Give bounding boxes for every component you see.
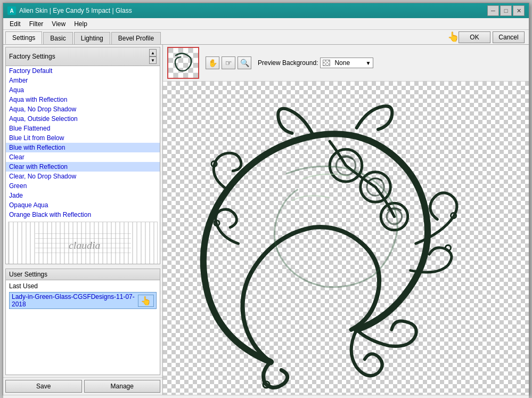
- scroll-up-button[interactable]: ▲: [149, 49, 157, 56]
- user-setting-item[interactable]: Lady-in-Green-Glass-CGSFDesigns-11-07-20…: [9, 292, 157, 309]
- menu-help[interactable]: Help: [70, 19, 92, 29]
- thumbnail-svg: [168, 48, 198, 78]
- content-area: Factory Settings ▲ ▼ Factory Default Amb…: [3, 45, 529, 395]
- list-item[interactable]: Aqua, Outside Selection: [6, 114, 160, 124]
- minimize-button[interactable]: ─: [487, 5, 499, 16]
- last-used-label: Last Used: [9, 282, 157, 290]
- maximize-icon: □: [504, 7, 508, 14]
- list-item[interactable]: Amber: [6, 76, 160, 85]
- list-item[interactable]: Green: [6, 181, 160, 191]
- left-panel: Factory Settings ▲ ▼ Factory Default Amb…: [3, 45, 163, 395]
- main-window: A Alien Skin | Eye Candy 5 Impact | Glas…: [3, 3, 529, 395]
- tab-basic[interactable]: Basic: [43, 32, 72, 44]
- list-item[interactable]: Factory Default: [6, 66, 160, 76]
- list-item-clear-reflection[interactable]: Clear with Reflection: [6, 162, 160, 172]
- factory-settings-label: Factory Settings: [9, 53, 55, 60]
- close-icon: ✕: [517, 7, 521, 14]
- svg-rect-18: [183, 63, 188, 68]
- ok-cancel-area: 👆 OK Cancel: [459, 31, 527, 44]
- preview-background-select[interactable]: None ▼: [320, 58, 373, 68]
- zoom-tool-button[interactable]: 🔍: [238, 56, 251, 69]
- user-settings-body: Last Used Lady-in-Green-Glass-CGSFDesign…: [6, 280, 160, 375]
- status-bar: 100%: [3, 395, 529, 398]
- svg-rect-9: [178, 48, 183, 53]
- manage-button[interactable]: Manage: [84, 380, 161, 393]
- list-item[interactable]: Opaque Aqua: [6, 200, 160, 210]
- factory-settings-container: Factory Settings ▲ ▼ Factory Default Amb…: [5, 47, 160, 264]
- user-setting-hand-icon: 👆: [138, 295, 154, 307]
- svg-point-33: [445, 245, 451, 250]
- window-title: Alien Skin | Eye Candy 5 Impact | Glass: [19, 7, 487, 14]
- user-setting-name: Lady-in-Green-Glass-CGSFDesigns-11-07-20…: [12, 293, 136, 308]
- bg-preview-swatch: [323, 60, 330, 66]
- list-item[interactable]: Blue Flattened: [6, 124, 160, 133]
- zoom-icon: 🔍: [240, 59, 249, 67]
- pan-tool-button[interactable]: ✋: [206, 56, 219, 69]
- list-item[interactable]: Aqua, No Drop Shadow: [6, 104, 160, 114]
- list-item-blue-reflection[interactable]: Blue with Reflection: [6, 143, 160, 152]
- svg-rect-25: [193, 73, 198, 78]
- maximize-button[interactable]: □: [500, 5, 512, 16]
- tab-settings[interactable]: Settings: [5, 31, 42, 44]
- list-item[interactable]: Jade: [6, 191, 160, 200]
- menu-bar: Edit Filter View Help: [3, 18, 529, 30]
- menu-edit[interactable]: Edit: [5, 19, 25, 29]
- tab-bevel-profile[interactable]: Bevel Profile: [111, 32, 161, 44]
- svg-rect-14: [168, 58, 173, 63]
- embedded-preview: claudia: [8, 222, 158, 264]
- svg-rect-22: [188, 68, 193, 72]
- list-item[interactable]: Clear: [6, 152, 160, 162]
- preview-background-value: None: [334, 59, 350, 67]
- ok-hand-icon: 👆: [447, 31, 459, 43]
- embedded-preview-svg: claudia: [35, 229, 131, 258]
- title-bar: A Alien Skin | Eye Candy 5 Impact | Glas…: [3, 3, 529, 18]
- preview-canvas: [163, 82, 529, 395]
- ok-label: OK: [470, 34, 479, 41]
- right-panel: ✋ ☞ 🔍 Preview Background: None ▼: [163, 45, 529, 395]
- factory-settings-header: Factory Settings ▲ ▼: [6, 47, 160, 66]
- list-item[interactable]: Clear, No Drop Shadow: [6, 172, 160, 181]
- ok-button[interactable]: 👆 OK: [459, 31, 490, 43]
- list-item[interactable]: Aqua: [6, 85, 160, 95]
- factory-list-scroll[interactable]: Factory Default Amber Aqua Aqua with Ref…: [6, 66, 160, 264]
- tab-lighting[interactable]: Lighting: [74, 32, 110, 44]
- preview-thumbnail: [167, 47, 199, 79]
- tabs-row: Settings Basic Lighting Bevel Profile 👆 …: [3, 30, 529, 45]
- preview-background-label: Preview Background:: [258, 59, 318, 67]
- menu-view[interactable]: View: [47, 19, 70, 29]
- user-settings-container: User Settings Last Used Lady-in-Green-Gl…: [5, 269, 160, 375]
- select-icon: ☞: [225, 59, 232, 67]
- svg-rect-15: [178, 58, 183, 63]
- svg-rect-10: [188, 48, 193, 53]
- svg-rect-23: [173, 73, 178, 78]
- scroll-down-button[interactable]: ▼: [149, 56, 157, 64]
- user-settings-header: User Settings: [6, 269, 160, 280]
- select-tool-button[interactable]: ☞: [222, 56, 235, 69]
- preview-toolbar: ✋ ☞ 🔍 Preview Background: None ▼: [163, 45, 529, 82]
- cancel-button[interactable]: Cancel: [493, 31, 525, 43]
- window-controls: ─ □ ✕: [487, 5, 525, 16]
- list-item[interactable]: Blue Lit from Below: [6, 133, 160, 143]
- svg-rect-24: [183, 73, 188, 78]
- pan-icon: ✋: [208, 59, 217, 67]
- svg-rect-19: [193, 63, 198, 68]
- svg-rect-8: [168, 48, 173, 53]
- close-button[interactable]: ✕: [513, 5, 525, 16]
- menu-filter[interactable]: Filter: [25, 19, 48, 29]
- save-button[interactable]: Save: [5, 380, 82, 393]
- svg-rect-20: [168, 68, 173, 72]
- svg-text:claudia: claudia: [69, 239, 100, 251]
- minimize-icon: ─: [491, 7, 495, 14]
- list-item[interactable]: Aqua with Reflection: [6, 95, 160, 104]
- app-icon: A: [7, 6, 16, 15]
- select-chevron-icon: ▼: [365, 60, 371, 66]
- list-item[interactable]: Orange Black with Reflection: [6, 210, 160, 220]
- bottom-buttons: Save Manage: [3, 377, 162, 395]
- preview-art-svg: [163, 82, 529, 395]
- svg-rect-13: [193, 53, 198, 58]
